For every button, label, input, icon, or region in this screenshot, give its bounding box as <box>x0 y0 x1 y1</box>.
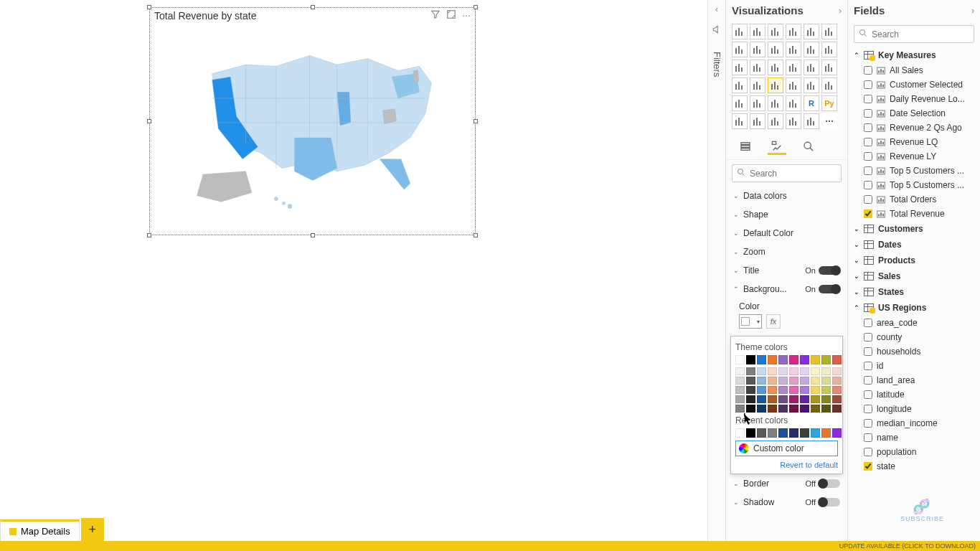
add-page-button[interactable]: + <box>81 518 104 541</box>
color-swatch[interactable] <box>832 355 842 364</box>
table-key-measures[interactable]: ⌃Key Measures <box>848 47 980 63</box>
filled-map-body[interactable] <box>150 23 475 234</box>
chevron-right-icon[interactable]: › <box>839 6 842 16</box>
color-swatch[interactable] <box>735 355 745 364</box>
color-swatch[interactable] <box>735 386 745 394</box>
viz-type-gauge[interactable] <box>786 77 801 93</box>
field-median_income[interactable]: median_income <box>848 416 980 430</box>
field-total-orders[interactable]: Total Orders <box>848 192 980 207</box>
border-toggle[interactable]: Off <box>806 479 840 488</box>
color-swatch[interactable] <box>757 386 766 394</box>
viz-type-clustered-bar[interactable] <box>768 24 783 39</box>
viz-type-line[interactable] <box>732 42 748 57</box>
viz-type-qna[interactable] <box>768 113 783 129</box>
color-swatch[interactable] <box>757 367 766 375</box>
field-checkbox[interactable] <box>864 66 872 75</box>
field-checkbox[interactable] <box>864 390 872 399</box>
speaker-icon[interactable] <box>708 24 725 37</box>
field-revenue-lq[interactable]: Revenue LQ <box>848 135 980 149</box>
color-swatch[interactable] <box>778 428 788 438</box>
color-swatch[interactable] <box>746 405 755 413</box>
viz-type-matrix[interactable] <box>786 95 801 111</box>
color-swatch[interactable] <box>821 386 831 394</box>
viz-type-more-visuals[interactable]: ··· <box>821 113 837 129</box>
color-swatch[interactable] <box>832 377 842 385</box>
viz-type-stacked-bar[interactable] <box>732 24 748 39</box>
color-swatch[interactable] <box>811 428 820 438</box>
more-options-icon[interactable]: ··· <box>462 9 471 22</box>
format-search[interactable] <box>732 164 842 182</box>
section-shape[interactable]: ⌄Shape <box>726 205 847 224</box>
field-checkbox[interactable] <box>864 333 872 342</box>
field-customer-selected[interactable]: Customer Selected <box>848 77 980 92</box>
color-swatch[interactable] <box>746 428 755 438</box>
field-top-5-customers-[interactable]: Top 5 Customers ... <box>848 164 980 178</box>
color-swatch[interactable] <box>778 377 788 385</box>
color-swatch[interactable] <box>757 377 766 385</box>
field-population[interactable]: population <box>848 445 980 459</box>
resize-handle[interactable] <box>147 119 151 123</box>
viz-type-filled-map[interactable] <box>750 77 765 93</box>
color-swatch[interactable] <box>778 367 788 375</box>
section-data-colors[interactable]: ⌄Data colors <box>726 187 847 205</box>
filter-icon[interactable] <box>430 9 440 22</box>
color-swatch[interactable] <box>746 395 755 403</box>
viz-type-donut[interactable] <box>804 60 819 75</box>
resize-handle[interactable] <box>147 5 151 9</box>
viz-type-area[interactable] <box>750 42 765 57</box>
field-longitude[interactable]: longitude <box>848 402 980 416</box>
color-swatch[interactable] <box>778 355 788 364</box>
field-checkbox[interactable] <box>864 181 872 189</box>
field-checkbox[interactable] <box>864 95 872 103</box>
background-toggle[interactable]: On <box>805 285 840 293</box>
table-dates[interactable]: ⌄Dates <box>848 237 980 253</box>
color-swatch[interactable] <box>800 428 809 438</box>
color-swatch[interactable] <box>821 367 831 375</box>
viz-type-pie[interactable] <box>786 60 801 75</box>
color-swatch[interactable] <box>746 386 755 394</box>
field-revenue-2-qs-ago[interactable]: Revenue 2 Qs Ago <box>848 121 980 135</box>
color-swatch[interactable] <box>832 367 842 375</box>
color-swatch[interactable] <box>800 395 809 403</box>
section-background[interactable]: ⌃Backgrou... On <box>726 280 847 298</box>
fields-well-button[interactable] <box>736 139 755 155</box>
color-swatch[interactable] <box>746 377 755 385</box>
color-swatch[interactable] <box>768 377 777 385</box>
color-swatch[interactable] <box>821 405 831 413</box>
color-swatch[interactable] <box>789 377 798 385</box>
chevron-left-icon[interactable]: ‹ <box>708 0 725 14</box>
viz-type-key-influencers[interactable] <box>732 113 748 129</box>
field-checkbox[interactable] <box>864 462 872 471</box>
table-states[interactable]: ⌄States <box>848 284 980 300</box>
field-land_area[interactable]: land_area <box>848 373 980 387</box>
color-swatch[interactable] <box>757 428 766 438</box>
color-swatch[interactable] <box>821 355 831 364</box>
viz-type-stacked-column[interactable] <box>750 24 765 39</box>
section-default-color[interactable]: ⌄Default Color <box>726 224 847 242</box>
color-swatch[interactable] <box>800 386 809 394</box>
color-swatch[interactable] <box>821 377 831 385</box>
color-swatch[interactable] <box>778 405 788 413</box>
field-checkbox[interactable] <box>864 448 872 456</box>
field-households[interactable]: households <box>848 344 980 359</box>
viz-type-paginated[interactable] <box>786 113 801 129</box>
color-swatch[interactable] <box>757 355 766 364</box>
viz-type-multi-row-card[interactable] <box>821 77 837 93</box>
color-swatch[interactable] <box>800 367 809 375</box>
color-swatch[interactable] <box>789 367 798 375</box>
resize-handle[interactable] <box>473 5 478 9</box>
color-swatch[interactable] <box>735 367 745 375</box>
color-swatch[interactable] <box>811 367 820 375</box>
color-swatch[interactable] <box>789 395 798 403</box>
field-checkbox[interactable] <box>864 166 872 175</box>
filters-pane-collapsed[interactable]: ‹ Filters <box>707 0 726 551</box>
map-visual-container[interactable]: Total Revenue by state ··· <box>149 7 476 235</box>
color-swatch[interactable] <box>789 386 798 394</box>
color-swatch[interactable] <box>757 405 766 413</box>
field-id[interactable]: id <box>848 359 980 373</box>
color-swatch[interactable] <box>789 428 798 438</box>
resize-handle[interactable] <box>473 233 478 237</box>
shadow-toggle[interactable]: Off <box>806 498 840 507</box>
field-revenue-ly[interactable]: Revenue LY <box>848 149 980 164</box>
viz-type-r-visual[interactable]: R <box>804 95 819 111</box>
